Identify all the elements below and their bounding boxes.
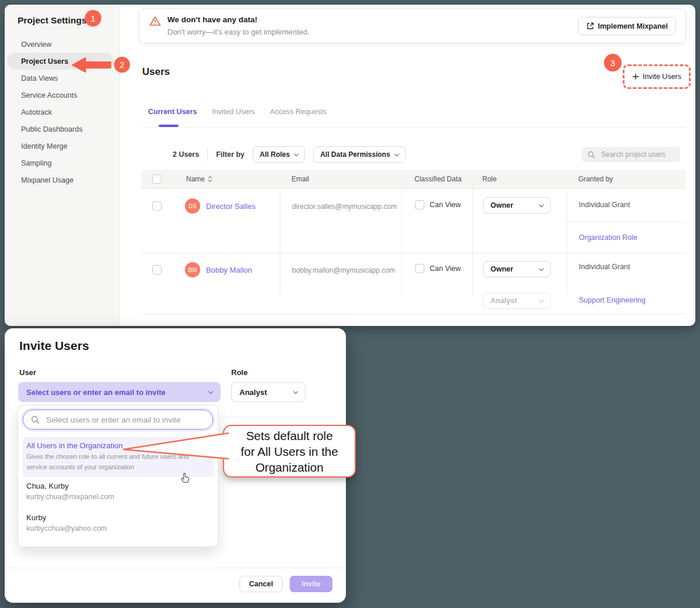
chevron-down-icon [539, 297, 544, 302]
annotation-arrow-icon [66, 54, 116, 75]
tab-current-users[interactable]: Current Users [148, 108, 197, 116]
chevron-down-icon [539, 266, 544, 270]
col-granted-by: Granted by [578, 175, 613, 183]
role-select[interactable]: Owner [483, 197, 551, 214]
callout-line: Sets default role [246, 428, 332, 444]
cancel-label: Cancel [249, 580, 273, 588]
role-dropdown[interactable]: Analyst [231, 382, 306, 402]
banner-subtitle: Don't worry—it's easy to get implemented… [167, 28, 310, 36]
option-all-users-label: All Users in the Organization [26, 441, 123, 450]
invite-submit-button[interactable]: Invite [290, 576, 332, 592]
users-table: Name Email Classified Data Role Granted … [142, 170, 686, 314]
sidebar-item-sampling[interactable]: Sampling [5, 154, 120, 171]
role-field-label: Role [231, 368, 248, 377]
annotation-step-2-badge: 2 [114, 57, 130, 73]
invite-label: Invite [301, 580, 321, 588]
avatar: DS [185, 198, 200, 214]
all-data-permissions-label: All Data Permissions [320, 150, 390, 159]
callout-line: for All Users in the [241, 444, 338, 459]
screenshot-canvas: Project Settings Overview Project Users … [0, 0, 700, 608]
user-name-link[interactable]: Director Salles [206, 202, 256, 211]
sidebar-item-mixpanel-usage[interactable]: Mixpanel Usage [5, 171, 120, 188]
user-email: bobby.mallon@mymusicapp.com [292, 266, 402, 274]
user-name-link[interactable]: Bobby Mallon [206, 266, 252, 274]
role-select-disabled: Analyst [483, 293, 551, 309]
sidebar-item-overview[interactable]: Overview [5, 36, 120, 53]
col-classified-data: Classified Data [414, 175, 462, 183]
user-select-value: Select users or enter an email to invite [26, 388, 166, 397]
settings-sidebar: Project Settings Overview Project Users … [5, 5, 120, 326]
can-view-checkbox[interactable] [415, 200, 424, 209]
user-field-label: User [19, 368, 36, 377]
row-checkbox[interactable] [152, 265, 162, 274]
no-data-banner: We don't have any data! Don't worry—it's… [139, 8, 686, 43]
chevron-down-icon [539, 202, 544, 207]
col-name: Name [186, 175, 205, 183]
sidebar-item-service-accounts[interactable]: Service Accounts [5, 87, 120, 104]
dropdown-search-input[interactable] [45, 415, 197, 425]
plus-icon [632, 73, 639, 80]
search-icon [31, 415, 40, 424]
banner-title: We don't have any data! [167, 15, 258, 24]
option-all-users-desc2: service accounts of your organization [26, 463, 134, 470]
role-select[interactable]: Owner [483, 261, 551, 277]
dialog-title: Invite Users [19, 339, 89, 353]
granted-by-primary: Individual Grant [579, 263, 686, 271]
annotation-step-1-badge: 1 [85, 10, 101, 26]
table-row: BM Bobby Mallon bobby.mallon@mymusicapp.… [142, 253, 686, 314]
search-icon [588, 151, 595, 159]
callout-line: Organization [255, 459, 323, 475]
role-value: Owner [490, 201, 513, 209]
sidebar-item-public-dashboards[interactable]: Public Dashboards [5, 121, 120, 138]
chevron-down-icon [208, 389, 213, 393]
users-tabs: Current Users Invited Users Access Reque… [148, 108, 327, 116]
callout-tail [120, 426, 231, 463]
invite-users-button[interactable]: Invite Users [623, 64, 691, 89]
cancel-button[interactable]: Cancel [239, 576, 283, 592]
granted-by-secondary-link[interactable]: Support Engineering [579, 296, 646, 304]
col-email: Email [291, 175, 309, 183]
table-row: DS Director Salles director.salles@mymus… [142, 188, 686, 253]
filter-divider [207, 148, 208, 161]
option-user-email: kurby.chua@mixpanel.com [26, 493, 114, 501]
search-project-users-input[interactable] [600, 150, 670, 159]
sidebar-item-autotrack[interactable]: Autotrack [5, 104, 120, 121]
sidebar-title: Project Settings [18, 15, 87, 26]
project-settings-window: Project Settings Overview Project Users … [5, 5, 695, 326]
granted-divider [567, 222, 686, 222]
search-project-users[interactable] [582, 147, 680, 162]
tab-invited-users[interactable]: Invited Users [212, 108, 255, 116]
role-dropdown-value: Analyst [239, 388, 267, 397]
all-roles-filter[interactable]: All Roles [253, 146, 305, 163]
can-view-checkbox[interactable] [415, 264, 424, 273]
granted-by-primary: Individual Grant [579, 201, 686, 209]
all-roles-label: All Roles [260, 150, 290, 159]
option-user-email: kurbycchua@yahoo.com [26, 524, 107, 533]
chevron-down-icon [293, 389, 298, 393]
invite-users-label: Invite Users [643, 73, 681, 81]
can-view-label: Can View [430, 265, 461, 273]
select-all-checkbox[interactable] [152, 174, 162, 184]
option-user-name[interactable]: Chua, Kurby [26, 482, 68, 490]
annotation-step-3-badge: 3 [604, 54, 622, 71]
sidebar-item-identity-merge[interactable]: Identity Merge [5, 138, 120, 154]
tab-access-requests[interactable]: Access Requests [270, 108, 327, 116]
implement-mixpanel-button[interactable]: Implement Mixpanel [578, 17, 676, 35]
tabs-divider [142, 127, 686, 128]
role-value: Owner [490, 265, 513, 273]
all-data-permissions-filter[interactable]: All Data Permissions [313, 146, 405, 163]
option-user-name[interactable]: Kurby [26, 513, 46, 522]
chevron-down-icon [294, 151, 298, 156]
avatar: BM [185, 262, 200, 277]
user-email: director.salles@mymusicapp.com [292, 202, 402, 211]
warning-icon [149, 16, 161, 26]
row-checkbox[interactable] [152, 201, 162, 211]
user-multiselect[interactable]: Select users or enter an email to invite [18, 382, 221, 402]
users-heading: Users [142, 66, 170, 78]
dialog-footer-divider [5, 568, 346, 568]
filter-by-label: Filter by [216, 150, 245, 159]
annotation-callout: Sets default role for All Users in the O… [223, 425, 356, 478]
sort-icon[interactable] [208, 176, 212, 183]
granted-by-secondary-link[interactable]: Organization Role [579, 233, 637, 242]
user-count: 2 Users [173, 150, 199, 159]
